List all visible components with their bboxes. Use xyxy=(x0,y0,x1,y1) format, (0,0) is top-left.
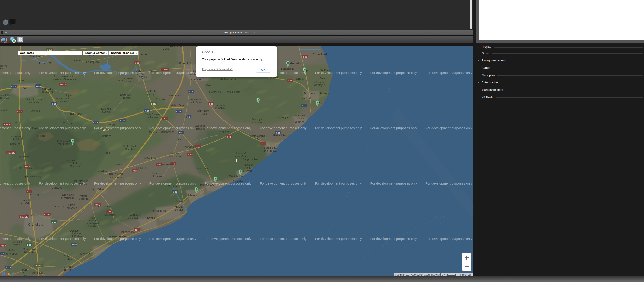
svg-text:Vilalba: Vilalba xyxy=(80,195,88,197)
svg-text:For development purposes only: For development purposes only xyxy=(370,71,417,75)
svg-text:C-32: C-32 xyxy=(172,191,177,193)
svg-text:C-31: C-31 xyxy=(276,132,280,134)
svg-text:C-63: C-63 xyxy=(188,153,193,156)
svg-text:Quart: Quart xyxy=(206,83,212,86)
svg-text:Sant Hilari: Sant Hilari xyxy=(100,107,112,110)
svg-text:BP-5002: BP-5002 xyxy=(34,264,43,266)
svg-text:artomeu: artomeu xyxy=(0,64,7,67)
svg-text:Sant Feliu de: Sant Feliu de xyxy=(123,145,137,147)
svg-text:For development purposes only: For development purposes only xyxy=(204,126,251,130)
svg-text:Map data ©2018 Google, Inst. G: Map data ©2018 Google, Inst. Geogr. Naci… xyxy=(395,273,440,276)
svg-text:Vallgorguina: Vallgorguina xyxy=(98,205,112,208)
svg-text:Espinelves: Espinelves xyxy=(70,112,82,115)
svg-text:Montnegre i: Montnegre i xyxy=(87,222,99,224)
svg-text:de Farners: de Farners xyxy=(147,116,158,119)
svg-text:Amer: Amer xyxy=(141,53,147,56)
svg-text:Sant Sadurní: Sant Sadurní xyxy=(56,97,70,100)
svg-text:Santa Pellaia: Santa Pellaia xyxy=(225,91,240,94)
svg-text:AP-7: AP-7 xyxy=(188,90,193,93)
svg-text:e: e xyxy=(14,271,17,276)
svg-text:Torrent: Torrent xyxy=(296,77,304,80)
svg-text:del Vallès: del Vallès xyxy=(23,251,34,254)
svg-text:Mollet: Mollet xyxy=(8,248,15,252)
svg-text:Llagostera: Llagostera xyxy=(219,130,231,133)
svg-text:Giverola: Giverola xyxy=(243,170,252,172)
svg-text:Sant Cebrià: Sant Cebrià xyxy=(128,214,140,216)
svg-text:Granollers: Granollers xyxy=(28,223,43,226)
svg-text:Vic: Vic xyxy=(23,86,28,90)
svg-text:del Vallès: del Vallès xyxy=(6,252,18,255)
svg-text:C-25: C-25 xyxy=(12,85,16,87)
svg-text:Buixalleu: Buixalleu xyxy=(125,148,135,151)
svg-text:AP-7: AP-7 xyxy=(179,131,184,133)
svg-text:Roda de Ter: Roda de Ter xyxy=(38,62,52,65)
svg-text:Cardedeu: Cardedeu xyxy=(52,205,64,208)
svg-text:For development purposes only: For development purposes only xyxy=(149,237,196,240)
svg-text:N-141e: N-141e xyxy=(162,69,168,71)
svg-text:Vallès: Vallès xyxy=(14,243,20,246)
svg-text:L'Esparra: L'Esparra xyxy=(148,131,158,133)
svg-text:For development purposes only: For development purposes only xyxy=(149,126,196,130)
svg-text:E-15: E-15 xyxy=(27,244,31,246)
svg-text:For development purposes only: For development purposes only xyxy=(39,237,86,240)
svg-text:For development purposes only: For development purposes only xyxy=(315,182,362,185)
svg-text:For development purposes only: For development purposes only xyxy=(425,237,472,240)
svg-text:Tamariu: Tamariu xyxy=(320,92,329,95)
svg-text:Massís de: Massís de xyxy=(236,152,247,154)
svg-text:La Costa de: La Costa de xyxy=(68,162,81,164)
svg-text:d'Osor: d'Osor xyxy=(125,80,132,83)
svg-text:C-35: C-35 xyxy=(226,136,231,138)
svg-text:Vilobí d'Onyar: Vilobí d'Onyar xyxy=(170,104,186,106)
svg-text:Begur: Begur xyxy=(320,77,326,80)
svg-text:el Corredor: el Corredor xyxy=(88,225,98,227)
svg-text:C-35: C-35 xyxy=(156,163,161,165)
svg-text:les Cadiretes: les Cadiretes xyxy=(235,155,249,157)
svg-text:For development purposes only: For development purposes only xyxy=(0,237,31,240)
svg-text:Peratallada: Peratallada xyxy=(281,67,294,70)
svg-text:Canyet de Mar: Canyet de Mar xyxy=(243,158,258,161)
svg-text:For development purposes only: For development purposes only xyxy=(0,71,31,75)
svg-text:Riudarenes: Riudarenes xyxy=(161,130,174,133)
svg-text:de Montnegre: de Montnegre xyxy=(220,78,236,81)
svg-text:N-II: N-II xyxy=(135,229,138,231)
svg-text:Collsacreu: Collsacreu xyxy=(104,213,116,216)
svg-text:d'Horta: d'Horta xyxy=(122,97,130,99)
svg-text:Malgrat: Malgrat xyxy=(175,205,184,208)
svg-text:Taradell: Taradell xyxy=(30,109,40,113)
svg-text:Sasserra: Sasserra xyxy=(79,198,89,200)
svg-text:Cànoves: Cànoves xyxy=(52,186,62,189)
svg-text:G: G xyxy=(2,271,6,276)
svg-text:Platja d'Aro: Platja d'Aro xyxy=(274,134,287,137)
svg-text:C-17: C-17 xyxy=(18,110,22,112)
svg-text:C-152: C-152 xyxy=(151,103,156,105)
svg-text:For development purposes only: For development purposes only xyxy=(370,182,417,185)
svg-text:Santa Cristina: Santa Cristina xyxy=(250,135,265,137)
svg-text:C-65: C-65 xyxy=(261,142,265,144)
svg-text:For development purposes only: For development purposes only xyxy=(94,182,141,185)
svg-text:Montañas: Montañas xyxy=(314,81,326,84)
svg-text:del Parc de: del Parc de xyxy=(19,274,31,276)
svg-text:C-153: C-153 xyxy=(46,49,52,51)
svg-text:Manlleu: Manlleu xyxy=(30,54,40,58)
svg-text:Joanet: Joanet xyxy=(108,124,114,126)
svg-text:Canet de Mar: Canet de Mar xyxy=(120,231,136,234)
svg-text:l: l xyxy=(13,271,14,276)
svg-text:Santa Eulàlia: Santa Eulàlia xyxy=(0,94,12,97)
svg-text:de Vilamajor: de Vilamajor xyxy=(61,196,74,199)
svg-text:Dosrius: Dosrius xyxy=(70,229,79,232)
svg-text:For development purposes only: For development purposes only xyxy=(425,71,472,75)
svg-text:La Garriga: La Garriga xyxy=(28,193,40,196)
svg-text:Santa Coloma: Santa Coloma xyxy=(145,113,160,116)
svg-text:Calella: Calella xyxy=(147,217,155,220)
svg-text:de la Selva: de la Selva xyxy=(251,121,263,123)
svg-text:For development purposes only: For development purposes only xyxy=(260,237,306,240)
svg-text:Hostalric: Hostalric xyxy=(136,166,146,169)
svg-text:Sant Antoni: Sant Antoni xyxy=(62,193,74,196)
svg-text:C-31: C-31 xyxy=(303,56,308,58)
svg-text:E-15: E-15 xyxy=(52,221,56,223)
svg-text:Malavella: Malavella xyxy=(195,127,205,130)
svg-text:For development purposes only: For development purposes only xyxy=(39,71,86,75)
svg-text:C-31: C-31 xyxy=(302,104,307,107)
svg-text:Mas Altaba: Mas Altaba xyxy=(161,163,173,166)
svg-text:Gurb: Gurb xyxy=(18,79,24,82)
